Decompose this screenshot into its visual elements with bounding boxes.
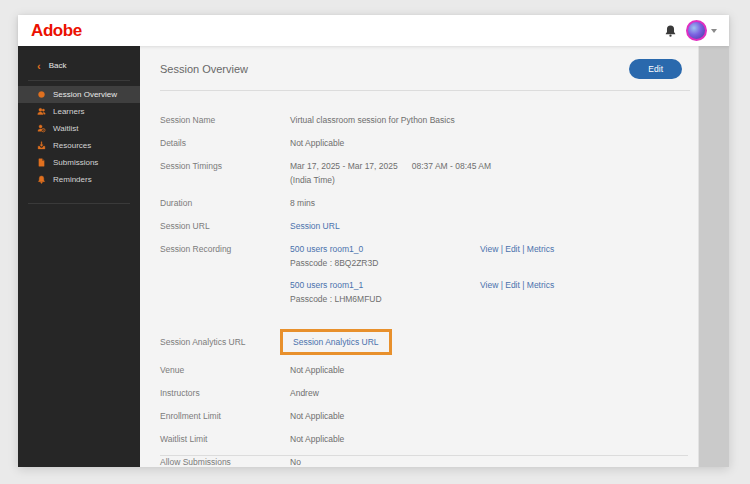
edit-button[interactable]: Edit bbox=[629, 59, 682, 79]
profile-menu[interactable] bbox=[686, 20, 717, 41]
user-avatar bbox=[686, 20, 707, 41]
header-actions bbox=[664, 20, 717, 41]
field-value: Not Applicable bbox=[290, 365, 344, 375]
detail-row: Session Recording500 users room1_0Passco… bbox=[160, 244, 698, 316]
detail-row: DetailsNot Applicable bbox=[160, 138, 698, 148]
recording-passcode: Passcode : LHM6MFUD bbox=[290, 294, 480, 304]
field-label: Duration bbox=[160, 198, 290, 208]
bottom-divider bbox=[160, 455, 688, 456]
sidebar-item-waitlist[interactable]: Waitlist bbox=[18, 120, 140, 137]
sidebar-item-label: Reminders bbox=[53, 175, 92, 184]
field-label: Details bbox=[160, 138, 290, 148]
session-analytics-url-link[interactable]: Session Analytics URL bbox=[293, 337, 379, 347]
detail-row: InstructorsAndrew bbox=[160, 388, 698, 398]
recordings-list: 500 users room1_0Passcode : 8BQ2ZR3DView… bbox=[290, 244, 554, 316]
recording-actions: View | Edit | Metrics bbox=[480, 280, 554, 304]
field-label: Session Name bbox=[160, 115, 290, 125]
sidebar-item-learners[interactable]: Learners bbox=[18, 103, 140, 120]
sidebar-item-session-overview[interactable]: Session Overview bbox=[18, 86, 140, 103]
field-label: Session Recording bbox=[160, 244, 290, 316]
field-label: Allow Submissions bbox=[160, 457, 290, 467]
detail-row: Waitlist LimitNot Applicable bbox=[160, 434, 698, 444]
field-label: Instructors bbox=[160, 388, 290, 398]
app-body: ‹ Back Session OverviewLearnersWaitlistR… bbox=[18, 46, 729, 467]
detail-row: Duration8 mins bbox=[160, 198, 698, 208]
chevron-left-icon: ‹ bbox=[37, 62, 41, 70]
recording-action-view[interactable]: View bbox=[480, 280, 498, 290]
field-value: Not Applicable bbox=[290, 138, 344, 148]
highlighted-field-value: Session Analytics URL bbox=[290, 329, 392, 355]
field-label: Session Analytics URL bbox=[160, 337, 290, 347]
back-button[interactable]: ‹ Back bbox=[18, 53, 140, 77]
detail-row: Enrollment LimitNot Applicable bbox=[160, 411, 698, 421]
recording-link[interactable]: 500 users room1_1 bbox=[290, 280, 363, 290]
recording-action-metrics[interactable]: Metrics bbox=[527, 244, 554, 254]
sidebar-item-reminders[interactable]: Reminders bbox=[18, 171, 140, 188]
recording-item: 500 users room1_1Passcode : LHM6MFUDView… bbox=[290, 280, 554, 304]
field-label: Session URL bbox=[160, 221, 290, 231]
panel-header: Session Overview Edit bbox=[140, 46, 698, 79]
field-value: Not Applicable bbox=[290, 411, 344, 421]
detail-row: Session NameVirtual classroom session fo… bbox=[160, 115, 698, 125]
session-overview-icon bbox=[37, 90, 46, 99]
bell-icon[interactable] bbox=[664, 24, 677, 38]
detail-row: Allow SubmissionsNo bbox=[160, 457, 698, 467]
field-value: Not Applicable bbox=[290, 434, 344, 444]
sidebar-item-submissions[interactable]: Submissions bbox=[18, 154, 140, 171]
sidebar-item-label: Resources bbox=[53, 141, 91, 150]
recording-actions: View | Edit | Metrics bbox=[480, 244, 554, 268]
back-label: Back bbox=[49, 61, 67, 70]
recording-action-edit[interactable]: Edit bbox=[505, 280, 520, 290]
field-label: Venue bbox=[160, 365, 290, 375]
date-range: Mar 17, 2025 - Mar 17, 2025 bbox=[290, 161, 398, 171]
chevron-down-icon bbox=[711, 29, 717, 33]
recording-action-edit[interactable]: Edit bbox=[505, 244, 520, 254]
recording-action-view[interactable]: View bbox=[480, 244, 498, 254]
session-timings-value: Mar 17, 2025 - Mar 17, 202508:37 AM - 08… bbox=[290, 161, 491, 185]
detail-row: Session Analytics URLSession Analytics U… bbox=[160, 329, 698, 355]
time-range: 08:37 AM - 08:45 AM bbox=[412, 161, 491, 171]
recording-item: 500 users room1_0Passcode : 8BQ2ZR3DView… bbox=[290, 244, 554, 268]
field-label: Enrollment Limit bbox=[160, 411, 290, 421]
field-label: Session Timings bbox=[160, 161, 290, 185]
detail-row: VenueNot Applicable bbox=[160, 365, 698, 375]
sidebar-item-label: Learners bbox=[53, 107, 85, 116]
resources-icon bbox=[37, 141, 46, 150]
recording-passcode: Passcode : 8BQ2ZR3D bbox=[290, 258, 480, 268]
sidebar-item-resources[interactable]: Resources bbox=[18, 137, 140, 154]
session-overview-panel: Session Overview Edit Session NameVirtua… bbox=[140, 46, 698, 467]
reminders-icon bbox=[37, 175, 46, 184]
field-value: 8 mins bbox=[290, 198, 315, 208]
sidebar-nav: ‹ Back Session OverviewLearnersWaitlistR… bbox=[18, 46, 140, 467]
recording-action-metrics[interactable]: Metrics bbox=[527, 280, 554, 290]
detail-row: Session TimingsMar 17, 2025 - Mar 17, 20… bbox=[160, 161, 698, 185]
waitlist-icon bbox=[37, 124, 46, 133]
session-url-link[interactable]: Session URL bbox=[290, 221, 340, 231]
sidebar-divider bbox=[28, 80, 130, 81]
submissions-icon bbox=[37, 158, 46, 167]
sidebar-divider bbox=[28, 203, 130, 204]
top-header-bar: Adobe bbox=[18, 15, 729, 46]
recording-link[interactable]: 500 users room1_0 bbox=[290, 244, 363, 254]
field-value: No bbox=[290, 457, 301, 467]
timezone: (India Time) bbox=[290, 175, 491, 185]
app-window: Adobe ‹ Back Session OverviewLearnersWai… bbox=[18, 15, 729, 467]
page-title: Session Overview bbox=[160, 63, 248, 75]
detail-row: Session URLSession URL bbox=[160, 221, 698, 231]
sidebar-item-label: Waitlist bbox=[53, 124, 78, 133]
highlight-annotation-box: Session Analytics URL bbox=[280, 329, 392, 355]
sidebar-item-label: Session Overview bbox=[53, 90, 117, 99]
sidebar-item-label: Submissions bbox=[53, 158, 98, 167]
field-label: Waitlist Limit bbox=[160, 434, 290, 444]
field-value: Session URL bbox=[290, 221, 340, 231]
adobe-logo: Adobe bbox=[31, 21, 82, 41]
vertical-scrollbar[interactable] bbox=[698, 46, 729, 467]
field-value: Virtual classroom session for Python Bas… bbox=[290, 115, 455, 125]
field-value: Andrew bbox=[290, 388, 319, 398]
learners-icon bbox=[37, 107, 46, 116]
session-details: Session NameVirtual classroom session fo… bbox=[140, 91, 698, 467]
